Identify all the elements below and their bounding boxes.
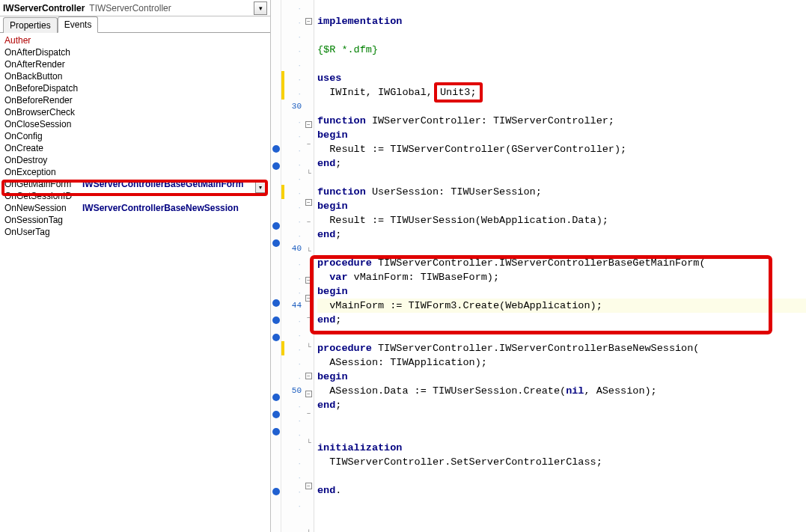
code-line[interactable]: ASession.Data := TIWUserSession.Create(n…	[317, 384, 806, 398]
gutter-cell[interactable]	[271, 177, 281, 191]
gutter-cell[interactable]	[271, 348, 281, 362]
event-row[interactable]: OnAfterDispatch	[0, 46, 270, 58]
fold-cell[interactable]	[304, 465, 314, 479]
code-line[interactable]: begin	[317, 370, 806, 384]
event-value[interactable]: IWServerControllerBaseGetMainForm	[79, 179, 266, 189]
fold-cell[interactable]	[304, 450, 314, 465]
fold-minus-icon[interactable]: −	[305, 277, 312, 284]
gutter-cell[interactable]	[271, 128, 281, 142]
event-row[interactable]: OnUserTag	[0, 226, 270, 238]
fold-cell[interactable]: └	[304, 436, 314, 450]
code-line[interactable]: {$R *.dfm}	[317, 43, 806, 57]
code-line[interactable]: procedure TIWServerController.IWServerCo…	[317, 341, 806, 355]
gutter-cell[interactable]	[271, 376, 281, 391]
fold-cell[interactable]	[304, 0, 314, 14]
fold-cell[interactable]	[304, 89, 314, 103]
fold-cell[interactable]: −	[304, 391, 314, 405]
fold-cell[interactable]	[304, 61, 314, 75]
code-line[interactable]	[317, 412, 806, 426]
gutter-cell[interactable]	[271, 162, 281, 177]
code-line[interactable]	[317, 171, 806, 185]
code-line[interactable]: vMainForm := TIWForm3.Create(WebApplicat…	[317, 299, 806, 313]
fold-cell[interactable]	[304, 32, 314, 46]
breakpoint-gutter[interactable]	[271, 0, 281, 532]
gutter-cell[interactable]	[271, 428, 281, 442]
gutter-cell[interactable]	[271, 471, 281, 485]
code-line[interactable]: procedure TIWServerController.IWServerCo…	[317, 256, 806, 270]
tab-properties[interactable]: Properties	[3, 17, 58, 33]
gutter-cell[interactable]	[271, 43, 281, 57]
gutter-cell[interactable]	[271, 268, 281, 282]
fold-cell[interactable]	[304, 75, 314, 89]
fold-cell[interactable]: −	[304, 199, 314, 213]
code-line[interactable]: var vMainForm: TIWBaseForm);	[317, 270, 806, 284]
code-line[interactable]: end;	[317, 398, 806, 412]
gutter-cell[interactable]	[271, 299, 281, 314]
event-row[interactable]: OnException	[0, 166, 270, 178]
code-line[interactable]: implementation	[317, 14, 806, 28]
code-line[interactable]: IWInit, IWGlobal,Unit3;	[317, 85, 806, 100]
event-row[interactable]: OnCloseSession	[0, 118, 270, 130]
fold-cell[interactable]: −	[304, 277, 314, 291]
code-line[interactable]	[317, 242, 806, 256]
event-row[interactable]: OnGetMainFormIWServerControllerBaseGetMa…	[0, 178, 270, 190]
code-line[interactable]: end.	[317, 483, 806, 498]
gutter-cell[interactable]	[271, 57, 281, 71]
event-value[interactable]: IWServerControllerBaseNewSession	[79, 203, 266, 213]
fold-cell[interactable]: └	[304, 245, 314, 259]
code-line[interactable]	[317, 100, 806, 114]
gutter-cell[interactable]	[271, 254, 281, 268]
fold-cell[interactable]: −	[304, 121, 314, 135]
event-row[interactable]: Auther	[0, 34, 270, 46]
fold-minus-icon[interactable]: −	[305, 18, 312, 25]
gutter-cell[interactable]	[271, 516, 281, 531]
code-line[interactable]	[317, 498, 806, 512]
fold-cell[interactable]: └	[304, 340, 314, 355]
code-editor[interactable]: ·······30·········40···44·····50········…	[271, 0, 806, 532]
code-line[interactable]	[317, 469, 806, 483]
fold-cell[interactable]: └	[304, 167, 314, 181]
fold-cell[interactable]	[304, 103, 314, 117]
event-row[interactable]: OnDestroy	[0, 154, 270, 166]
event-row[interactable]: OnBrowserCheck	[0, 106, 270, 118]
fold-cell[interactable]	[304, 151, 314, 165]
gutter-cell[interactable]	[271, 71, 281, 85]
fold-cell[interactable]	[304, 181, 314, 195]
gutter-cell[interactable]	[271, 317, 281, 331]
gutter-cell[interactable]	[271, 14, 281, 28]
fold-cell[interactable]: –	[304, 137, 314, 151]
fold-minus-icon[interactable]: −	[305, 121, 312, 128]
fold-cell[interactable]: −	[304, 18, 314, 32]
gutter-cell[interactable]	[271, 114, 281, 128]
code-line[interactable]: Result := TIWUserSession(WebApplication.…	[317, 213, 806, 227]
event-row[interactable]: OnNewSessionIWServerControllerBaseNewSes…	[0, 202, 270, 214]
event-row[interactable]: OnBackButton	[0, 70, 270, 82]
code-line[interactable]: ASession: TIWApplication);	[317, 355, 806, 370]
gutter-cell[interactable]	[271, 282, 281, 296]
gutter-cell[interactable]	[271, 145, 281, 159]
code-line[interactable]: initialization	[317, 441, 806, 455]
gutter-cell[interactable]	[271, 488, 281, 502]
code-line[interactable]: begin	[317, 128, 806, 142]
gutter-cell[interactable]	[271, 0, 281, 14]
fold-cell[interactable]	[304, 46, 314, 61]
gutter-cell[interactable]	[271, 411, 281, 425]
gutter-cell[interactable]	[271, 28, 281, 43]
code-line[interactable]: function UserSession: TIWUserSession;	[317, 185, 806, 199]
fold-cell[interactable]	[304, 325, 314, 339]
fold-cell[interactable]: –	[304, 406, 314, 421]
gutter-cell[interactable]	[271, 85, 281, 100]
event-row[interactable]: OnSessionTag	[0, 214, 270, 226]
fold-cell[interactable]	[304, 497, 314, 511]
gutter-cell[interactable]	[271, 442, 281, 456]
object-selector[interactable]: IWServerController TIWServerController ▾	[0, 0, 270, 16]
fold-cell[interactable]: −	[304, 295, 314, 309]
code-line[interactable]	[317, 57, 806, 71]
fold-cell[interactable]	[304, 229, 314, 243]
code-line[interactable]: end;	[317, 156, 806, 171]
tab-events[interactable]: Events	[58, 16, 99, 33]
gutter-cell[interactable]	[271, 334, 281, 348]
code-line[interactable]: end;	[317, 313, 806, 327]
fold-minus-icon[interactable]: −	[305, 199, 312, 206]
gutter-cell[interactable]	[271, 239, 281, 254]
